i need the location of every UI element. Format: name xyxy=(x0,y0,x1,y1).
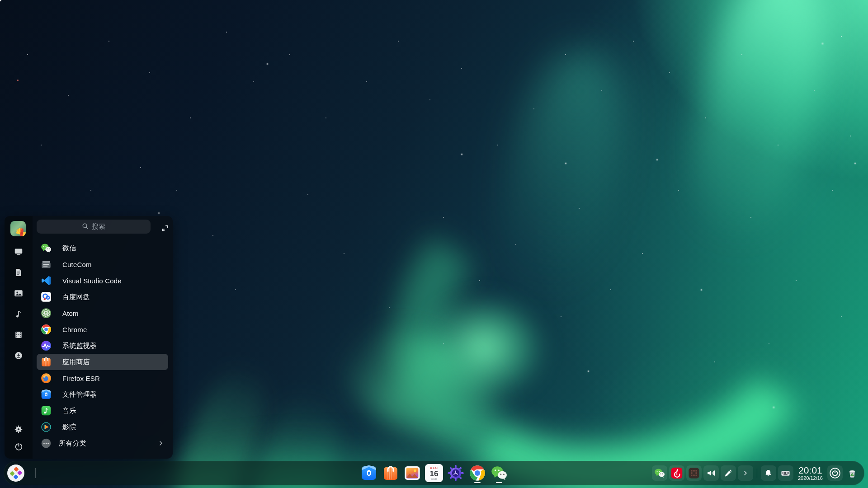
app-label: 百度网盘 xyxy=(62,293,90,301)
search-input[interactable]: 搜索 xyxy=(37,220,151,234)
aurora-glow xyxy=(420,294,547,402)
dock-tray-area: 20:01 2020/12/16 xyxy=(652,461,860,485)
aurora-tail xyxy=(322,306,519,466)
app-row[interactable]: 系统监视器 xyxy=(37,338,168,354)
app-list: 微信CuteComVisual Studio Code百度网盘AtomChrom… xyxy=(37,240,168,451)
clock-time: 20:01 xyxy=(798,465,823,475)
category-music-icon[interactable] xyxy=(8,304,29,324)
app-label: CuteCom xyxy=(62,261,92,268)
launcher-panel: 搜索 微信CuteComVisual Studio Code百度网盘AtomCh… xyxy=(5,216,173,459)
dock-app-area: DEC16WED xyxy=(359,463,509,483)
dock-app-file-manager[interactable] xyxy=(359,463,379,483)
app-label: Chrome xyxy=(62,326,87,333)
cutecom-icon xyxy=(40,258,52,270)
category-download-icon[interactable] xyxy=(8,345,29,366)
system-monitor-icon xyxy=(40,340,52,352)
aurora-arc xyxy=(367,113,865,488)
launcher-button[interactable] xyxy=(7,464,25,482)
app-row[interactable]: Firefox ESR xyxy=(37,370,168,386)
category-video-icon[interactable] xyxy=(8,324,29,345)
app-row[interactable]: Visual Studio Code xyxy=(37,272,168,289)
app-row[interactable]: 音乐 xyxy=(37,403,168,419)
aurora-band xyxy=(672,0,847,258)
chevron-right-icon[interactable] xyxy=(738,465,753,481)
firefox-icon xyxy=(40,372,52,384)
dock-app-calendar[interactable]: DEC16WED xyxy=(424,463,444,483)
dock-app-app-store[interactable] xyxy=(381,463,401,483)
dock-app-wechat[interactable] xyxy=(489,463,509,483)
launcher-sidebar-bottom xyxy=(5,421,33,455)
app-label: 影院 xyxy=(62,423,76,432)
app-label: Visual Studio Code xyxy=(62,277,122,285)
dim-app-icon[interactable] xyxy=(686,465,702,481)
launcher-category-sidebar xyxy=(5,241,33,366)
volume-icon[interactable] xyxy=(703,465,719,481)
app-label: 微信 xyxy=(62,244,76,253)
user-avatar[interactable] xyxy=(10,221,26,236)
app-label: 应用商店 xyxy=(62,358,90,366)
dock-separator xyxy=(35,468,36,478)
app-label: Atom xyxy=(62,310,79,317)
dock-app-chrome[interactable] xyxy=(467,463,487,483)
wechat-icon xyxy=(40,242,52,254)
category-picture-icon[interactable] xyxy=(8,283,29,304)
trash-icon[interactable] xyxy=(844,465,860,481)
dock-app-control-center[interactable] xyxy=(446,463,466,483)
shutdown-button[interactable] xyxy=(827,465,843,481)
app-label: 文件管理器 xyxy=(62,390,97,399)
red-star xyxy=(17,80,19,81)
chevron-right-icon xyxy=(157,440,165,447)
aurora-curtain xyxy=(488,42,638,310)
app-store-icon xyxy=(40,356,52,368)
baidu-netdisk-icon xyxy=(40,291,52,303)
running-indicator xyxy=(496,482,502,483)
search-placeholder: 搜索 xyxy=(92,222,105,231)
bright-stars xyxy=(0,0,1,1)
category-computer-icon[interactable] xyxy=(8,241,29,262)
app-label: 音乐 xyxy=(62,407,76,415)
clock-date: 2020/12/16 xyxy=(798,475,823,481)
app-row[interactable]: 微信 xyxy=(37,240,168,256)
calendar-icon: DEC16WED xyxy=(425,464,443,482)
app-row[interactable]: 文件管理器 xyxy=(37,386,168,403)
fullscreen-toggle-button[interactable] xyxy=(160,223,170,233)
chrome-icon xyxy=(40,324,52,335)
app-row[interactable]: 影院 xyxy=(37,419,168,435)
system-tray xyxy=(652,465,753,481)
app-row[interactable]: 应用商店 xyxy=(37,354,168,370)
app-label: 系统监视器 xyxy=(62,342,97,350)
app-row[interactable]: 百度网盘 xyxy=(37,289,168,305)
power-icon[interactable] xyxy=(8,438,29,455)
settings-icon[interactable] xyxy=(8,421,29,438)
bell-icon[interactable] xyxy=(761,465,776,481)
brush-icon[interactable] xyxy=(721,465,736,481)
calendar-month: DEC xyxy=(430,466,438,469)
dock: DEC16WED 20:01 2020/12/16 xyxy=(4,461,864,485)
music-icon xyxy=(40,405,52,417)
file-manager-icon xyxy=(40,389,52,400)
movie-icon xyxy=(40,421,52,433)
app-row[interactable]: Chrome xyxy=(37,321,168,338)
ellipsis-icon xyxy=(40,437,52,449)
all-categories-label: 所有分类 xyxy=(59,439,86,448)
app-label: Firefox ESR xyxy=(62,375,100,382)
app-row[interactable]: CuteCom xyxy=(37,256,168,272)
clock-widget[interactable]: 20:01 2020/12/16 xyxy=(798,465,823,481)
all-categories-row[interactable]: 所有分类 xyxy=(37,435,168,451)
search-icon xyxy=(82,223,89,231)
keyboard-icon[interactable] xyxy=(778,465,793,481)
atom-icon xyxy=(40,307,52,319)
calendar-day: 16 xyxy=(430,470,439,478)
netease-music-icon[interactable] xyxy=(669,465,684,481)
tray-controls xyxy=(761,465,793,481)
running-indicator xyxy=(474,482,481,483)
dock-app-album[interactable] xyxy=(402,463,422,483)
app-row[interactable]: Atom xyxy=(37,305,168,321)
wechat-tray-icon[interactable] xyxy=(652,465,667,481)
calendar-weekday: WED xyxy=(431,478,438,480)
tray-separator xyxy=(757,469,757,478)
category-document-icon[interactable] xyxy=(8,262,29,283)
vscode-icon xyxy=(40,275,52,286)
